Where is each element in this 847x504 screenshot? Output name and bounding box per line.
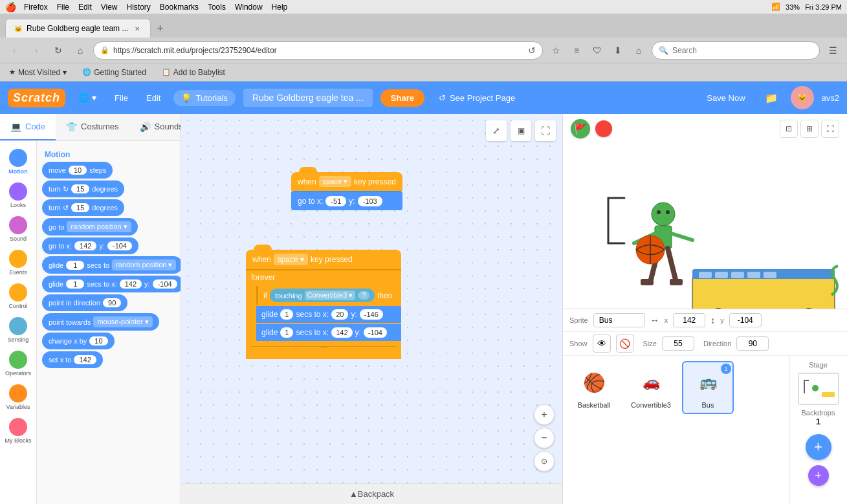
size-input[interactable] xyxy=(662,336,694,351)
stage-thumbnail[interactable] xyxy=(798,373,839,405)
move-block[interactable]: move 10 steps xyxy=(42,162,113,179)
block-glide-xy[interactable]: glide 1 secs to x: 142 y: -104 xyxy=(42,276,175,292)
block-move[interactable]: move 10 steps xyxy=(42,162,175,179)
bookmark-babylist[interactable]: 📋 Add to Babylist xyxy=(158,67,229,78)
menu-firefox[interactable]: Firefox xyxy=(24,3,48,12)
hat1-key-dropdown[interactable]: space ▾ xyxy=(319,176,351,187)
add-sprite-button[interactable]: + xyxy=(806,434,831,460)
glide2-x[interactable]: 142 xyxy=(331,327,352,338)
avatar[interactable]: 🐱 xyxy=(791,86,814,109)
show-hidden-button[interactable]: 🚫 xyxy=(616,334,634,353)
point-towards-block[interactable]: point towards mouse-pointer ▾ xyxy=(42,313,159,331)
block-change-x[interactable]: change x by 10 xyxy=(42,333,175,349)
goto-xy-block[interactable]: go to x: 142 y: -104 xyxy=(42,237,138,254)
sprite-basketball[interactable]: 🏀 Basketball xyxy=(568,361,620,414)
point-direction-block[interactable]: point in direction 90 xyxy=(42,294,127,311)
sprite-name-input[interactable] xyxy=(593,313,645,327)
block-point-direction[interactable]: point in direction 90 xyxy=(42,294,175,311)
save-now-button[interactable]: Save Now xyxy=(700,90,751,106)
expand-editor-button[interactable]: ⤢ xyxy=(486,120,507,141)
bookmark-star-button[interactable]: ☆ xyxy=(547,41,565,60)
reload-icon[interactable]: ↺ xyxy=(528,45,536,56)
category-looks[interactable]: Looks xyxy=(1,180,35,211)
shrink-stage-button[interactable]: ⊡ xyxy=(780,120,798,138)
folder-button[interactable]: 📁 xyxy=(760,89,783,107)
block-set-x[interactable]: set x to 142 xyxy=(42,351,175,368)
zoom-out-button[interactable]: − xyxy=(534,428,555,448)
download-button[interactable]: ⬇ xyxy=(609,41,627,60)
glide1-secs[interactable]: 1 xyxy=(280,309,293,320)
zoom-in-button[interactable]: + xyxy=(534,404,555,425)
glide-random-block[interactable]: glide 1 secs to random position ▾ xyxy=(42,256,181,274)
sprite-convertible3[interactable]: 🚗 Convertible3 xyxy=(625,361,677,414)
share-button[interactable]: Share xyxy=(380,89,424,107)
category-events[interactable]: Events xyxy=(1,247,35,278)
forward-button[interactable]: › xyxy=(27,41,45,60)
goto-random-block[interactable]: go to random position ▾ xyxy=(42,218,138,236)
zoom-reset-button[interactable]: ⊙ xyxy=(534,451,555,472)
apple-icon[interactable]: 🍎 xyxy=(5,2,16,12)
menu-bookmarks[interactable]: Bookmarks xyxy=(160,3,199,12)
category-variables[interactable]: Variables xyxy=(1,382,35,413)
menu-edit[interactable]: Edit xyxy=(78,3,92,12)
glide1-y[interactable]: -146 xyxy=(360,309,383,320)
category-sensing[interactable]: Sensing xyxy=(1,314,35,345)
stop-button[interactable] xyxy=(595,120,612,137)
block-turn-cw[interactable]: turn ↻ 15 degrees xyxy=(42,181,175,197)
see-project-button[interactable]: ↺ See Project Page xyxy=(432,90,522,106)
goto-x-value[interactable]: -51 xyxy=(325,196,346,206)
touching-dropdown[interactable]: Convertible3 ▾ xyxy=(305,290,356,300)
block-glide-random[interactable]: glide 1 secs to random position ▾ xyxy=(42,256,175,274)
add-backdrop-button[interactable]: + xyxy=(808,465,829,486)
green-flag-button[interactable]: 🚩 xyxy=(571,119,590,138)
new-tab-button[interactable]: + xyxy=(151,19,169,38)
sprite-bus[interactable]: 1 🚌 Bus xyxy=(682,361,734,414)
touching-block[interactable]: touching Convertible3 ▾ ? xyxy=(270,289,375,302)
goto-y-value[interactable]: -103 xyxy=(358,196,382,206)
category-sound[interactable]: Sound xyxy=(1,214,35,245)
hat2-key-dropdown[interactable]: space ▾ xyxy=(274,254,308,265)
fullscreen-button[interactable]: ⛶ xyxy=(535,120,556,141)
menu-view[interactable]: View xyxy=(101,3,118,12)
block-turn-ccw[interactable]: turn ↺ 15 degrees xyxy=(42,199,175,216)
glide-block-2[interactable]: glide 1 secs to x: 142 y: -104 xyxy=(256,324,401,341)
turn-ccw-block[interactable]: turn ↺ 15 degrees xyxy=(42,199,124,216)
category-control[interactable]: Control xyxy=(1,281,35,312)
y-coord-input[interactable] xyxy=(729,313,762,327)
menu-window[interactable]: Window xyxy=(235,3,263,12)
menu-history[interactable]: History xyxy=(127,3,151,12)
x-coord-input[interactable] xyxy=(673,313,705,327)
search-bar[interactable]: 🔍 xyxy=(652,41,820,60)
shield-button[interactable]: 🛡 xyxy=(588,41,606,60)
change-x-block[interactable]: change x by 10 xyxy=(42,333,115,349)
reload-button[interactable]: ↻ xyxy=(49,41,67,60)
block-goto-xy[interactable]: go to x: 142 y: -104 xyxy=(42,237,175,254)
menu-help[interactable]: Help xyxy=(272,3,288,12)
glide-block-1[interactable]: glide 1 secs to x: 20 y: -146 xyxy=(256,306,401,323)
block-point-towards[interactable]: point towards mouse-pointer ▾ xyxy=(42,313,175,331)
language-button[interactable]: 🌐 ▾ xyxy=(73,90,102,105)
user-name[interactable]: avs2 xyxy=(822,93,839,103)
menu-file[interactable]: File xyxy=(57,3,69,12)
tab-code[interactable]: 💻 Code xyxy=(0,114,56,140)
category-motion[interactable]: Motion xyxy=(1,146,35,177)
back-button[interactable]: ‹ xyxy=(5,41,23,60)
glide2-secs[interactable]: 1 xyxy=(280,327,293,338)
turn-cw-block[interactable]: turn ↻ 15 degrees xyxy=(42,181,124,197)
glide1-x[interactable]: 20 xyxy=(331,309,348,320)
reader-button[interactable]: ≡ xyxy=(567,41,586,60)
category-operators[interactable]: Operators xyxy=(1,348,35,379)
tutorials-button[interactable]: 💡 Tutorials xyxy=(173,90,235,106)
bookmark-getting-started[interactable]: 🌐 Getting Started xyxy=(78,67,150,78)
tab-costumes[interactable]: 👕 Costumes xyxy=(56,114,129,140)
expand-stage-button[interactable]: ⊞ xyxy=(800,120,819,138)
menu-tools[interactable]: Tools xyxy=(208,3,226,12)
show-visible-button[interactable]: 👁 xyxy=(593,334,611,353)
bookmark-most-visited[interactable]: ★ Most Visited ▾ xyxy=(5,67,71,78)
file-menu-button[interactable]: File xyxy=(109,91,133,105)
category-myblocks[interactable]: My Blocks xyxy=(1,415,35,446)
hamburger-menu-button[interactable]: ☰ xyxy=(824,41,842,60)
project-name-button[interactable]: Rube Goldberg eagle tea ... xyxy=(243,89,373,107)
home-button[interactable]: ⌂ xyxy=(71,41,89,60)
search-input[interactable] xyxy=(672,46,813,55)
